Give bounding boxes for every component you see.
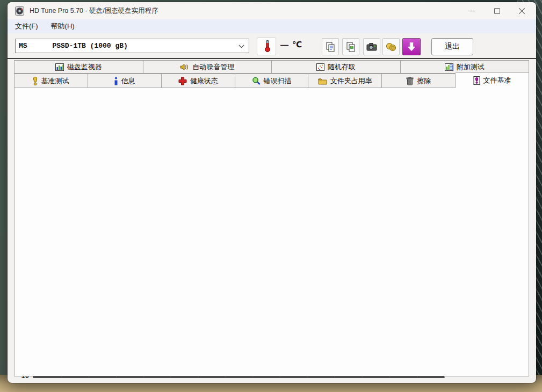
tab-label: 文件夹占用率 (330, 76, 372, 86)
benchmark-icon (33, 77, 38, 85)
erase-icon (406, 77, 414, 85)
tab-benchmark[interactable]: 基准测试 (14, 74, 88, 88)
exit-label: 退出 (445, 42, 460, 52)
copy-text-icon (326, 42, 336, 52)
error-scan-icon (252, 77, 261, 85)
toolbar: MS PSSD-1TB (1000 gB) — ℃ (8, 33, 536, 58)
tab-label: 错误扫描 (264, 76, 292, 86)
copy-text-button[interactable] (322, 38, 339, 55)
tab-row-2: 基准测试 信息 健康状态 错误扫描 (14, 74, 529, 88)
tab-label: 随机存取 (328, 62, 356, 72)
tab-label: 基准测试 (41, 76, 69, 86)
tab-info[interactable]: 信息 (88, 74, 162, 88)
health-icon (178, 77, 187, 85)
speaker-icon (180, 63, 189, 71)
tab-label: 信息 (121, 76, 135, 86)
coins-icon (386, 42, 396, 52)
temperature-unit: ℃ (292, 40, 302, 49)
tab-file-benchmark[interactable]: 文件基准 (456, 72, 529, 88)
tab-disk-monitor[interactable]: 磁盘监视器 (14, 60, 143, 74)
copy-image-button[interactable] (342, 38, 359, 55)
minimize-icon (469, 8, 475, 14)
file-benchmark-icon (473, 76, 480, 85)
download-button[interactable] (402, 38, 421, 55)
tab-error-scan[interactable]: 错误扫描 (235, 74, 309, 88)
tab-row-1: 磁盘监视器 自动噪音管理 随机存取 附加测试 (14, 60, 529, 74)
disk-monitor-icon (55, 63, 64, 71)
toolbar-divider (8, 58, 536, 59)
tab-label: 擦除 (417, 76, 431, 86)
hdtune-window: HD Tune Pro 5.70 - 硬盘/固态硬盘实用程序 文件(F) 帮助(… (8, 2, 536, 383)
app-icon (15, 6, 24, 16)
tab-random-access[interactable]: 随机存取 (272, 60, 401, 74)
tab-label: 附加测试 (457, 62, 485, 72)
tab-label: 自动噪音管理 (192, 62, 234, 72)
close-button[interactable] (509, 2, 534, 19)
tab-label: 文件基准 (483, 76, 511, 85)
window-title: HD Tune Pro 5.70 - 硬盘/固态硬盘实用程序 (30, 6, 158, 16)
chevron-down-icon (239, 45, 244, 48)
drive-select-value: MS PSSD-1TB (1000 gB) (19, 42, 128, 50)
temperature-value: — (280, 40, 288, 49)
file-benchmark-panel (14, 88, 529, 376)
titlebar: HD Tune Pro 5.70 - 硬盘/固态硬盘实用程序 (8, 2, 536, 19)
camera-icon (366, 42, 377, 51)
maximize-icon (494, 8, 500, 14)
tab-label: 磁盘监视器 (67, 62, 102, 72)
menubar: 文件(F) 帮助(H) (8, 19, 536, 34)
download-arrow-icon (408, 42, 415, 51)
menu-file[interactable]: 文件(F) (10, 20, 44, 33)
tab-health[interactable]: 健康状态 (162, 74, 235, 88)
drive-select[interactable]: MS PSSD-1TB (1000 gB) (15, 39, 249, 53)
scatter-icon (316, 63, 324, 71)
coins-button[interactable] (382, 38, 400, 55)
tab-erase[interactable]: 擦除 (382, 74, 456, 88)
thermometer-icon (265, 40, 269, 52)
tab-auto-noise[interactable]: 自动噪音管理 (143, 60, 272, 74)
tab-extra-tests[interactable]: 附加测试 (401, 60, 530, 74)
tab-folder-usage[interactable]: 文件夹占用率 (308, 74, 382, 88)
menu-help[interactable]: 帮助(H) (46, 20, 80, 33)
extra-tests-icon (445, 63, 453, 71)
info-icon (114, 77, 118, 85)
close-icon (519, 8, 525, 14)
camera-button[interactable] (363, 38, 380, 55)
exit-button[interactable]: 退出 (431, 38, 473, 55)
folder-icon (318, 77, 327, 85)
temperature-button[interactable] (257, 37, 276, 55)
copy-image-icon (346, 42, 356, 52)
maximize-button[interactable] (485, 2, 509, 19)
tab-label: 健康状态 (190, 76, 218, 86)
minimize-button[interactable] (460, 2, 485, 19)
